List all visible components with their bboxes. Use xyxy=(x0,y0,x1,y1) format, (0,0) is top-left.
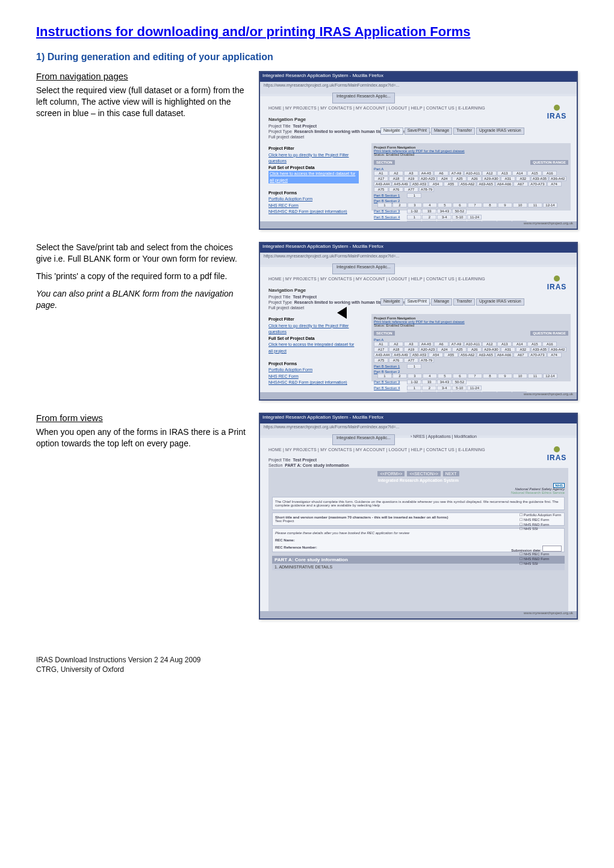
question-cell[interactable]: A26 xyxy=(467,176,482,181)
question-cell[interactable]: 50-52 xyxy=(452,380,467,384)
question-cell[interactable]: 1 xyxy=(407,364,421,369)
question-cell[interactable]: A78-79 xyxy=(419,187,434,192)
tab-navigate[interactable]: Navigate xyxy=(380,298,403,306)
question-cell[interactable]: A20-A23 xyxy=(419,176,436,181)
nav-button-next[interactable]: NEXT xyxy=(443,471,459,476)
question-cell[interactable]: A24 xyxy=(437,347,451,352)
question-cell[interactable]: A3 xyxy=(404,171,418,176)
question-cell[interactable]: A45-A49 xyxy=(392,182,409,186)
question-cell[interactable]: A36-A42 xyxy=(549,347,566,352)
question-cell[interactable]: 11-24 xyxy=(467,386,482,390)
question-cell[interactable]: A25 xyxy=(452,347,467,352)
question-cell[interactable]: A64-A66 xyxy=(495,352,513,357)
question-cell[interactable]: A75 xyxy=(374,187,388,192)
question-cell[interactable]: A29-A30 xyxy=(482,347,500,352)
question-cell[interactable]: A32 xyxy=(516,176,530,181)
nhs-rd-form-link[interactable]: NHS/HSC R&D Form (project information) xyxy=(268,380,359,386)
question-cell[interactable]: 11 xyxy=(528,374,542,378)
question-cell[interactable]: A67 xyxy=(513,182,528,186)
browser-tab[interactable]: Integrated Research Applic... xyxy=(332,434,395,445)
question-cell[interactable]: A13 xyxy=(497,342,512,346)
question-cell[interactable]: A43-A44 xyxy=(374,182,391,186)
top-nav-menu[interactable]: HOME | MY PROJECTS | MY CONTACTS | MY AC… xyxy=(268,106,485,110)
question-cell[interactable]: A10-A11 xyxy=(464,342,482,346)
nhs-rec-form-link[interactable]: NHS REC Form xyxy=(268,203,359,209)
question-cell[interactable]: 1 xyxy=(407,193,421,198)
question-cell[interactable]: 3 xyxy=(408,203,422,208)
question-cell[interactable]: 9 xyxy=(498,203,512,208)
project-tabs[interactable]: Navigate Save/Print Manage Transfer Upgr… xyxy=(380,128,571,135)
nhs-rec-form-link[interactable]: NHS REC Form xyxy=(268,374,359,380)
question-cell[interactable]: A63-A65 xyxy=(477,352,494,357)
question-cell[interactable]: 9 xyxy=(498,374,512,378)
question-cell[interactable]: A6 xyxy=(434,171,448,176)
question-cell[interactable]: 3-4 xyxy=(437,386,451,390)
question-cell[interactable]: A56-A62 xyxy=(459,352,476,357)
nhs-rd-form-link[interactable]: NHS/HSC R&D Form (project information) xyxy=(268,209,359,215)
project-tabs[interactable]: Navigate Save/Print Manage Transfer Upgr… xyxy=(380,298,571,306)
question-cell[interactable]: 3 xyxy=(408,374,422,378)
address-bar[interactable]: https://www.myresearchproject.org.uk/For… xyxy=(260,423,577,436)
question-cell[interactable]: 3-4 xyxy=(437,215,451,220)
question-cell[interactable]: A16 xyxy=(542,342,557,346)
checklist-item[interactable]: NHS SSI xyxy=(519,527,571,532)
part-b-link[interactable]: Part B Section 4 xyxy=(374,215,400,219)
question-cell[interactable]: A1 xyxy=(374,342,388,346)
question-cell[interactable]: 1 xyxy=(377,203,392,208)
question-cell[interactable]: 1-32 xyxy=(407,380,421,384)
question-cell[interactable]: A36-A42 xyxy=(549,176,566,181)
full-dataset-link-highlighted[interactable]: Click here to access the integrated data… xyxy=(268,171,359,183)
part-b-link[interactable]: Part B Section 3 xyxy=(374,380,400,384)
question-cell[interactable]: A13 xyxy=(497,171,512,176)
browser-tab[interactable]: Integrated Research Applic... xyxy=(332,93,395,103)
question-cell[interactable]: 50-52 xyxy=(452,209,467,214)
question-cell[interactable]: A2 xyxy=(389,171,403,176)
question-cell[interactable]: A33-A35 xyxy=(531,176,548,181)
question-cell[interactable]: 5-10 xyxy=(452,215,467,220)
question-cell[interactable]: 1-32 xyxy=(407,209,421,214)
breadcrumb[interactable]: › NRES | Applications | Modification xyxy=(411,434,477,439)
question-cell[interactable]: 1 xyxy=(407,386,421,390)
question-cell[interactable]: A20-A23 xyxy=(419,347,436,352)
checklist-item[interactable]: NHS R&D Form xyxy=(519,523,571,528)
question-cell[interactable]: A15 xyxy=(527,342,542,346)
question-cell[interactable]: 33 xyxy=(422,209,436,214)
question-cell[interactable]: A76 xyxy=(389,187,403,192)
question-cell[interactable]: A7-A9 xyxy=(449,342,464,346)
question-cell[interactable]: A77 xyxy=(404,358,418,363)
question-cell[interactable]: A33-A35 xyxy=(531,347,548,352)
question-cell[interactable]: 10 xyxy=(513,374,527,378)
question-cell[interactable]: 11 xyxy=(528,203,542,208)
question-cell[interactable]: A45-A49 xyxy=(392,352,409,357)
top-nav-menu[interactable]: HOME | MY PROJECTS | MY CONTACTS | MY AC… xyxy=(268,277,485,281)
nav-button-prev[interactable]: <<FORM>> xyxy=(377,471,405,476)
question-cell[interactable]: 12-14 xyxy=(543,203,557,208)
full-dataset-link[interactable]: Click here to access the integrated data… xyxy=(268,342,359,354)
question-cell[interactable]: A25 xyxy=(452,176,467,181)
question-cell[interactable]: A50-A53 xyxy=(411,182,428,186)
question-cell[interactable]: 4 xyxy=(423,203,437,208)
tab-upgrade[interactable]: Upgrade IRAS version xyxy=(476,298,524,306)
question-cell[interactable]: A63-A65 xyxy=(477,182,494,186)
question-cell[interactable]: A54 xyxy=(429,182,443,186)
question-cell[interactable]: A55 xyxy=(444,352,458,357)
question-cell[interactable]: 1 xyxy=(377,374,392,378)
question-cell[interactable]: A64-A66 xyxy=(495,182,513,186)
address-bar[interactable]: https://www.myresearchproject.org.uk/For… xyxy=(260,82,577,94)
question-cell[interactable]: 5 xyxy=(438,203,452,208)
question-cell[interactable]: 2 xyxy=(392,203,407,208)
checklist-item[interactable]: NHS REC Form xyxy=(519,518,571,523)
nav-button-section[interactable]: <<SECTION>> xyxy=(407,471,440,476)
portfolio-form-link[interactable]: Portfolio Adoption Form xyxy=(268,367,359,374)
tab-transfer[interactable]: Transfer xyxy=(453,128,475,135)
question-cell[interactable]: 34-43 xyxy=(437,209,451,214)
question-cell[interactable]: 12-14 xyxy=(543,374,557,378)
question-cell[interactable]: A10-A11 xyxy=(464,171,482,176)
tab-navigate[interactable]: Navigate xyxy=(380,128,403,135)
tab-save-print[interactable]: Save/Print xyxy=(405,128,430,135)
question-cell[interactable]: 8 xyxy=(483,203,497,208)
question-cell[interactable]: 1 xyxy=(407,215,421,220)
question-cell[interactable]: 34-43 xyxy=(437,380,451,384)
checklist-item[interactable]: NHS REC Form xyxy=(519,552,571,557)
question-cell[interactable]: A29-A30 xyxy=(482,176,500,181)
